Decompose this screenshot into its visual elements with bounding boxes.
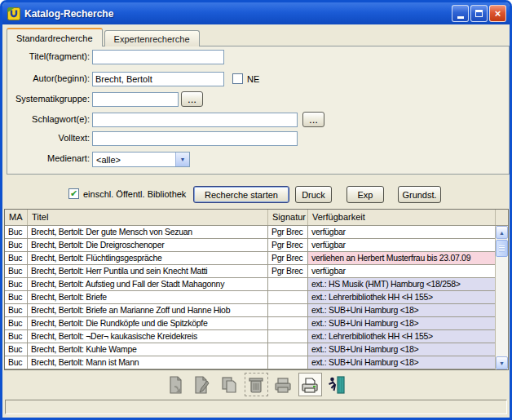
cell-signatur bbox=[268, 317, 308, 329]
table-row[interactable]: Buc Brecht, Bertolt: Briefe ext.: Lehrer… bbox=[5, 291, 508, 304]
print-list-button[interactable] bbox=[298, 373, 322, 396]
cell-titel: Brecht, Bertolt: Aufstieg und Fall der S… bbox=[28, 278, 268, 290]
cell-titel: Brecht, Bertolt: ¬Der¬ kaukasische Kreid… bbox=[28, 330, 268, 343]
autor-input[interactable] bbox=[92, 72, 224, 86]
table-row[interactable]: Buc Brecht, Bertolt: Die Dreigroschenope… bbox=[5, 239, 508, 252]
column-header-verfuegbarkeit[interactable]: Verfügbarkeit bbox=[308, 210, 495, 225]
maximize-button[interactable] bbox=[470, 5, 488, 22]
cell-ma: Buc bbox=[5, 226, 28, 238]
medienart-select[interactable]: <alle> ▼ bbox=[92, 152, 190, 167]
volltext-label: Volltext: bbox=[9, 133, 90, 143]
table-row[interactable]: Buc Brecht, Bertolt: Der gute Mensch von… bbox=[5, 226, 508, 239]
ne-label: NE bbox=[247, 74, 259, 84]
cell-signatur bbox=[268, 291, 308, 303]
export-button[interactable]: Exp bbox=[346, 186, 384, 203]
titel-input[interactable] bbox=[92, 50, 224, 64]
exit-icon bbox=[327, 375, 346, 395]
status-bar bbox=[5, 400, 507, 414]
cell-signatur bbox=[268, 304, 308, 316]
cell-signatur bbox=[268, 330, 308, 343]
tab-standardrecherche[interactable]: Standardrecherche bbox=[7, 28, 103, 46]
cell-signatur: Pgr Brec bbox=[268, 226, 308, 238]
titel-label: Titel(fragment): bbox=[9, 51, 90, 61]
cell-titel: Brecht, Bertolt: Briefe an Marianne Zoff… bbox=[28, 304, 268, 316]
minimize-icon bbox=[457, 16, 464, 19]
search-button[interactable]: Recherche starten bbox=[193, 186, 289, 203]
systematik-browse-button[interactable]: ... bbox=[181, 91, 203, 107]
cell-verfuegbarkeit: ext.: SUB+Uni Hamburg <18> bbox=[308, 304, 495, 316]
minimize-button[interactable] bbox=[452, 5, 469, 22]
maximize-icon bbox=[475, 10, 483, 17]
cell-signatur bbox=[268, 356, 308, 369]
column-header-spacer bbox=[495, 210, 508, 225]
results-table: MA Titel Signatur Verfügbarkeit Buc Brec… bbox=[4, 209, 509, 370]
cell-signatur bbox=[268, 278, 308, 290]
cell-signatur bbox=[268, 343, 308, 356]
copy-record-button[interactable] bbox=[218, 373, 241, 396]
new-record-icon bbox=[166, 375, 185, 395]
print-list-icon bbox=[300, 375, 320, 395]
schlagwort-input[interactable] bbox=[92, 113, 298, 127]
autor-label: Autor(beginn): bbox=[9, 73, 90, 83]
cell-verfuegbarkeit: ext.: HS Musik (HMT) Hamburg <18/258> bbox=[308, 278, 495, 290]
new-record-button[interactable] bbox=[164, 373, 188, 396]
table-row[interactable]: Buc Brecht, Bertolt: Briefe an Marianne … bbox=[5, 304, 508, 317]
cell-ma: Buc bbox=[5, 356, 28, 369]
cell-verfuegbarkeit: ext.: Lehrerbibliothek HH <H 155> bbox=[308, 330, 495, 343]
table-row[interactable]: Buc Brecht, Bertolt: Die Rundköpfe und d… bbox=[5, 317, 508, 330]
table-row[interactable]: Buc Brecht, Bertolt: Herr Puntila und se… bbox=[5, 265, 508, 278]
cell-verfuegbarkeit: verfügbar bbox=[308, 265, 495, 277]
systematik-input[interactable] bbox=[92, 92, 179, 107]
print-record-disabled-button[interactable] bbox=[271, 373, 295, 396]
check-icon: ✔ bbox=[70, 189, 77, 198]
application-window: Katalog-Recherche × Standardrecherche Ex… bbox=[0, 0, 512, 420]
cell-signatur: Pgr Brec bbox=[268, 239, 308, 251]
volltext-input[interactable] bbox=[92, 131, 298, 146]
scroll-down-icon[interactable]: ▼ bbox=[496, 356, 508, 369]
cell-verfuegbarkeit: verliehen an Herbert Musterfrau bis 23.0… bbox=[308, 252, 495, 264]
scrollbar-thumb[interactable] bbox=[496, 240, 508, 257]
cell-ma: Buc bbox=[5, 304, 28, 316]
tab-label: Expertenrecherche bbox=[114, 34, 190, 44]
cell-ma: Buc bbox=[5, 317, 28, 329]
table-row[interactable]: Buc Brecht, Bertolt: Mann ist Mann ext.:… bbox=[5, 356, 508, 369]
print-button[interactable]: Druck bbox=[295, 186, 332, 203]
defaults-button[interactable]: Grundst. bbox=[398, 186, 441, 203]
cell-titel: Brecht, Bertolt: Die Rundköpfe und die S… bbox=[28, 317, 268, 329]
chevron-down-icon[interactable]: ▼ bbox=[175, 153, 189, 166]
cell-ma: Buc bbox=[5, 265, 28, 277]
ne-checkbox[interactable] bbox=[232, 73, 243, 84]
table-row[interactable]: Buc Brecht, Bertolt: Kuhle Wampe ext.: S… bbox=[5, 343, 508, 356]
cell-verfuegbarkeit: ext.: SUB+Uni Hamburg <18> bbox=[308, 356, 495, 369]
window-title: Katalog-Recherche bbox=[24, 8, 452, 20]
cell-signatur: Pgr Brec bbox=[268, 265, 308, 277]
cell-titel: Brecht, Bertolt: Briefe bbox=[28, 291, 268, 303]
scroll-up-icon[interactable]: ▲ bbox=[496, 226, 508, 239]
cell-ma: Buc bbox=[5, 239, 28, 251]
cell-titel: Brecht, Bertolt: Mann ist Mann bbox=[28, 356, 268, 369]
title-bar[interactable]: Katalog-Recherche × bbox=[2, 2, 510, 24]
close-button[interactable]: × bbox=[489, 5, 506, 22]
medienart-label: Medienart: bbox=[9, 153, 90, 163]
edit-record-button[interactable] bbox=[191, 373, 214, 396]
table-row[interactable]: Buc Brecht, Bertolt: Flüchtlingsgespräch… bbox=[5, 252, 508, 265]
print-record-disabled-icon bbox=[273, 375, 293, 395]
schlagwort-browse-button[interactable]: ... bbox=[302, 112, 324, 127]
cell-signatur: Pgr Brec bbox=[268, 252, 308, 264]
table-row[interactable]: Buc Brecht, Bertolt: ¬Der¬ kaukasische K… bbox=[5, 330, 508, 343]
schlagwort-label: Schlagwort(e): bbox=[9, 114, 90, 124]
column-header-ma[interactable]: MA bbox=[5, 210, 28, 225]
table-header: MA Titel Signatur Verfügbarkeit bbox=[5, 210, 508, 226]
cell-titel: Brecht, Bertolt: Der gute Mensch von Sez… bbox=[28, 226, 268, 238]
cell-titel: Brecht, Bertolt: Flüchtlingsgespräche bbox=[28, 252, 268, 264]
exit-button[interactable] bbox=[325, 373, 349, 396]
tab-expertenrecherche[interactable]: Expertenrecherche bbox=[104, 30, 200, 46]
column-header-titel[interactable]: Titel bbox=[28, 210, 268, 225]
cell-ma: Buc bbox=[5, 278, 28, 290]
table-row[interactable]: Buc Brecht, Bertolt: Aufstieg und Fall d… bbox=[5, 278, 508, 291]
results-scrollbar[interactable]: ▲ ▼ bbox=[495, 226, 508, 369]
tab-label: Standardrecherche bbox=[16, 33, 93, 43]
delete-record-button[interactable] bbox=[245, 373, 268, 396]
column-header-signatur[interactable]: Signatur bbox=[268, 210, 308, 225]
include-public-checkbox[interactable]: ✔ bbox=[68, 188, 79, 199]
